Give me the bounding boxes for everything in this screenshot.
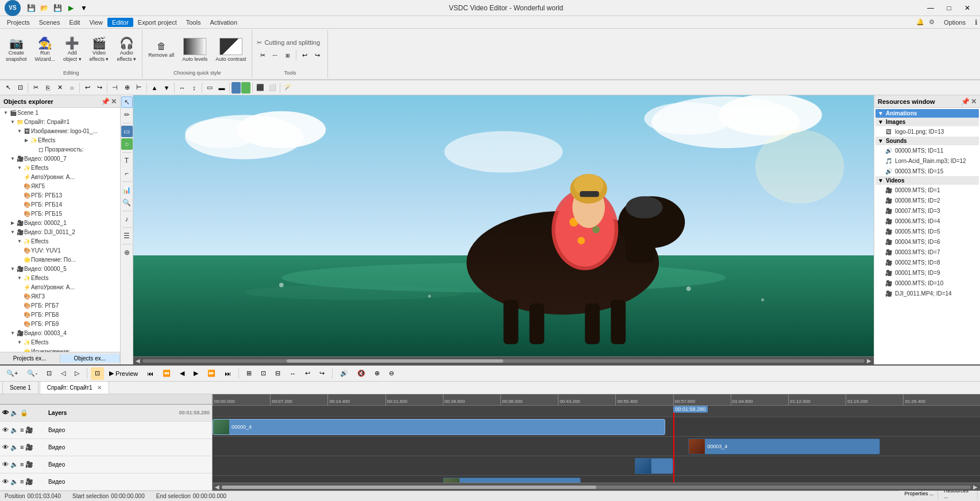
res-group-animations[interactable]: ▼ Animations — [875, 109, 979, 118]
tree-item-rgb7[interactable]: 🎨 РГБ: РГБ7 — [0, 301, 120, 310]
res-item-v9[interactable]: 🎥 00001.MTS; ID=9 — [875, 267, 979, 278]
expand-video7[interactable]: ▼ — [9, 155, 16, 162]
res-group-videos[interactable]: ▼ Videos — [875, 176, 979, 185]
tree-item-effects1[interactable]: ▶ ✨ Effects — [0, 135, 120, 145]
res-item-v11[interactable]: 🎥 DJI_0011.MP4; ID=14 — [875, 288, 979, 298]
layers-btn[interactable]: ☰ — [121, 230, 133, 242]
quick-extra-btn[interactable]: ▼ — [78, 3, 90, 13]
tl-vol-btn[interactable]: 🔊 — [336, 367, 352, 380]
zoom-out-tl-btn[interactable]: 🔍- — [23, 367, 41, 380]
playhead[interactable] — [673, 406, 674, 483]
resources-panel-close[interactable]: ✕ — [971, 98, 977, 106]
v1-lock-btn[interactable]: ≡ — [20, 426, 24, 433]
objects-panel-close[interactable]: ✕ — [111, 98, 117, 106]
res-group-sounds[interactable]: ▼ Sounds — [875, 137, 979, 145]
goto-start-btn[interactable]: ⏮ — [143, 367, 157, 380]
clip-v3[interactable] — [635, 458, 673, 474]
zoom-btn[interactable]: 🔍 — [121, 197, 133, 208]
cut-tool-btn[interactable]: ✂ — [257, 50, 268, 61]
text-btn[interactable]: T — [121, 155, 133, 166]
tree-item-rgb9[interactable]: 🎨 РГБ: РГБ9 — [0, 319, 120, 328]
expand-video3-4[interactable]: ▼ — [9, 329, 16, 336]
tl-tool4-btn[interactable]: ↔ — [285, 367, 300, 380]
tree-item-sprite1[interactable]: ▼ 📁 Спрайт: Спрайт1 — [0, 117, 120, 126]
v1-vis-btn[interactable]: 👁 — [2, 426, 9, 433]
add-object-btn[interactable]: ➕ Addobject ▾ — [60, 35, 85, 65]
tab-objects-ex[interactable]: Objects ex... — [60, 354, 121, 363]
res-group-images[interactable]: ▼ Images — [875, 118, 979, 126]
v3-lock-btn[interactable]: ≡ — [20, 461, 24, 468]
res-item-v1[interactable]: 🎥 00009.MTS; ID=1 — [875, 185, 979, 195]
res-item-snd2[interactable]: 🎵 Lorn-Acid_Rain.mp3; ID=12 — [875, 156, 979, 166]
v4-vis-btn[interactable]: 👁 — [2, 478, 9, 485]
res-item-v2[interactable]: 🎥 00008.MTS; ID=2 — [875, 195, 979, 205]
audio-effects-btn[interactable]: 🎧 Audioeffects ▾ — [113, 35, 140, 65]
back-frame-btn[interactable]: ◀ — [176, 367, 188, 380]
tl-scroll-right[interactable]: ▶ — [973, 484, 978, 490]
split-btn[interactable]: ⟝ — [269, 50, 281, 61]
tree-item-appear1[interactable]: 🌟 Появление: По... — [0, 255, 120, 264]
res-item-v5[interactable]: 🎥 00005.MTS; ID=5 — [875, 226, 979, 236]
auto-levels-btn[interactable]: Auto levels — [179, 36, 211, 65]
quick-save-btn[interactable]: 💾 — [25, 3, 37, 13]
align-left-btn[interactable]: ⊣ — [109, 82, 121, 94]
res-item-logo01[interactable]: 🖼 logo-01.png; ID=13 — [875, 126, 979, 137]
expand-effects4[interactable]: ▼ — [16, 274, 23, 281]
expand-effects3[interactable]: ▼ — [16, 238, 23, 244]
track-row-v4[interactable]: DJI_0011_2 — [213, 476, 980, 483]
menu-scenes[interactable]: Scenes — [34, 18, 65, 27]
menu-projects[interactable]: Projects — [2, 18, 34, 27]
expand-video5[interactable]: ▼ — [9, 265, 16, 272]
tl-tool2-btn[interactable]: ⊡ — [257, 367, 270, 380]
expand-video-dji[interactable]: ▼ — [9, 228, 16, 235]
chart-btn[interactable]: 📊 — [121, 184, 133, 196]
zoom-in-tl-btn[interactable]: 🔍+ — [2, 367, 22, 380]
clip-dji[interactable]: DJI_0011_2 — [443, 477, 581, 483]
tree-item-transparent1[interactable]: ◻ Прозрачность: — [0, 145, 120, 154]
zoom-prev-tl-btn[interactable]: ◁ — [57, 367, 70, 380]
maximize-btn[interactable]: □ — [941, 2, 957, 14]
tree-item-effects4[interactable]: ▼ ✨ Effects — [0, 273, 120, 282]
copy-btn[interactable]: ⎘ — [42, 82, 53, 94]
step-fwd-btn[interactable]: ⏩ — [203, 367, 219, 380]
flip-h-btn[interactable]: ↔ — [176, 82, 188, 94]
clip-00000-4[interactable]: 00000_4 — [213, 419, 665, 435]
select-tool-btn[interactable]: ↖ — [121, 96, 133, 108]
layers-lock-icon[interactable]: 🔒 — [20, 409, 28, 417]
tl-extra-btn[interactable]: ⊕ — [371, 367, 384, 380]
pencil-btn[interactable]: ✏ — [121, 109, 133, 121]
v1-audio-btn[interactable]: 🔈 — [10, 426, 18, 434]
track-row-layers[interactable] — [213, 406, 980, 417]
zoom-next-tl-btn[interactable]: ▷ — [71, 367, 83, 380]
tree-item-video5[interactable]: ▼ 🎥 Видео: 00000_5 — [0, 264, 120, 273]
move-down-btn[interactable]: ▼ — [161, 82, 172, 94]
menu-export[interactable]: Export project — [133, 18, 182, 27]
fwd-frame-btn[interactable]: ▶ — [190, 367, 202, 380]
menu-editor[interactable]: Editor — [107, 18, 133, 27]
tree-item-video3-4[interactable]: ▼ 🎥 Видео: 00003_4 — [0, 328, 120, 337]
timeline-tracks[interactable]: 00:01:58.280 00000_4 00003_4 — [213, 406, 980, 483]
expand-effects2[interactable]: ▼ — [16, 164, 23, 171]
menu-activation[interactable]: Activation — [205, 18, 242, 27]
tl-tab-sprite1[interactable]: Спрайт: Спрайт1 ✕ — [40, 381, 109, 394]
trim-btn[interactable]: ⊞ — [282, 50, 294, 61]
ellipse-btn[interactable]: ○ — [121, 138, 133, 150]
menu-tools[interactable]: Tools — [182, 18, 206, 27]
tl-tool3-btn[interactable]: ⊟ — [271, 367, 284, 380]
cut-btn2[interactable]: ✂ — [30, 82, 41, 94]
tl-tab-sprite1-close[interactable]: ✕ — [97, 385, 102, 391]
res-item-v8[interactable]: 🎥 00002.MTS; ID=8 — [875, 257, 979, 267]
res-item-v4[interactable]: 🎥 00006.MTS; ID=4 — [875, 216, 979, 226]
zoom-fit-tl-btn[interactable]: ⊡ — [43, 367, 56, 380]
tl-tool5-btn[interactable]: ↩ — [301, 367, 314, 380]
v2-vis-btn[interactable]: 👁 — [2, 444, 9, 450]
v3-vis-btn[interactable]: 👁 — [2, 461, 9, 468]
tree-item-effects2[interactable]: ▼ ✨ Effects — [0, 163, 120, 172]
undo-btn[interactable]: ↩ — [299, 50, 310, 61]
res-item-v3[interactable]: 🎥 00007.MTS; ID=3 — [875, 205, 979, 216]
tree-item-ykg3[interactable]: 🎨 ЯКГ3 — [0, 292, 120, 301]
tree-item-effects3[interactable]: ▼ ✨ Effects — [0, 236, 120, 246]
tree-item-autolevel1[interactable]: ⚡ АвтоУровни: А... — [0, 172, 120, 181]
run-wizard-btn[interactable]: 🧙 RunWizard... — [32, 35, 59, 65]
tl-scroll-left[interactable]: ◀ — [215, 484, 219, 490]
